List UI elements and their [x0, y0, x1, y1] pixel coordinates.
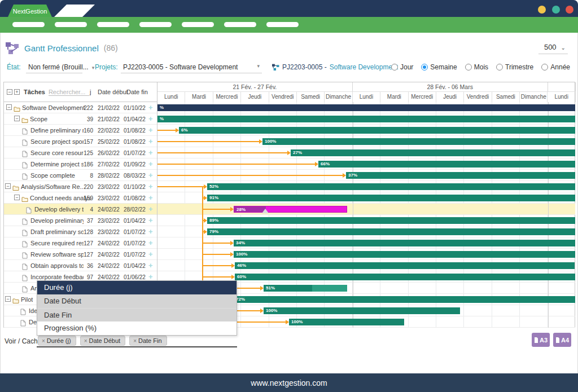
task-bar[interactable]: 91% — [207, 195, 575, 201]
add-subtask-button[interactable]: + — [148, 103, 153, 112]
collapse-node-icon[interactable]: − — [14, 195, 20, 200]
task-row[interactable]: −Conduct needs analysis15923/02/2201/08/… — [4, 192, 157, 204]
task-row[interactable]: Scope complete828/02/2208/03/22+ — [4, 170, 157, 181]
task-bar[interactable]: 34% — [234, 240, 575, 246]
task-bar[interactable]: % — [157, 116, 575, 122]
add-subtask-button[interactable]: + — [148, 227, 153, 236]
add-subtask-button[interactable]: + — [148, 239, 153, 247]
nav-menu-item-2[interactable] — [55, 22, 87, 27]
add-subtask-button[interactable]: + — [148, 193, 153, 202]
collapse-node-icon[interactable]: − — [6, 104, 12, 110]
task-bar[interactable]: 100% — [264, 307, 460, 314]
add-subtask-button[interactable]: + — [148, 250, 153, 258]
remove-chip-icon[interactable]: × — [133, 338, 137, 344]
filter-bar: État: Non fermé (Brouill...▾ Projets: PJ… — [0, 62, 578, 76]
visible-column-chip[interactable]: ×Durée (j) — [38, 336, 76, 346]
collapse-node-icon[interactable]: − — [5, 296, 11, 302]
nav-menu-item-5[interactable] — [182, 22, 214, 27]
add-subtask-button[interactable]: + — [148, 114, 153, 123]
task-bar[interactable]: 79% — [207, 228, 575, 235]
task-row[interactable]: Define preliminary re...16022/02/2201/08… — [4, 125, 157, 136]
remove-chip-icon[interactable]: × — [42, 338, 45, 344]
menu-item-date-d-but[interactable]: Date Début — [37, 294, 237, 308]
add-subtask-button[interactable]: + — [148, 216, 153, 224]
task-row[interactable]: Obtain approvals to p...3624/02/2201/04/… — [4, 260, 157, 271]
task-row[interactable]: Draft preliminary soft...12823/02/2201/0… — [4, 226, 157, 237]
task-bar[interactable]: 66% — [318, 161, 575, 168]
task-row[interactable]: Develop preliminary ...3723/02/2201/04/2… — [4, 215, 157, 226]
add-subtask-button[interactable]: + — [148, 160, 153, 168]
task-bar[interactable]: 60% — [235, 274, 575, 280]
add-subtask-button[interactable]: + — [148, 272, 153, 281]
footer-url[interactable]: www.nextgestion.com — [251, 378, 327, 387]
menu-item-progression-[interactable]: Progression (%) — [37, 321, 237, 335]
task-row[interactable]: Secure required reso...12724/02/2201/07/… — [4, 237, 157, 249]
visible-column-chip[interactable]: ×Date Fin — [129, 336, 167, 346]
task-bar-progress-label: 28% — [237, 206, 246, 213]
task-bar[interactable]: 100% — [234, 251, 575, 258]
collapse-all-icon[interactable]: − — [7, 89, 12, 95]
task-end-date: 01/08/22 — [124, 127, 146, 134]
task-bar[interactable]: 46% — [235, 262, 575, 269]
timescale-radio-jour[interactable]: Jour — [391, 63, 413, 71]
add-subtask-button[interactable]: + — [148, 261, 153, 270]
export-a3-button[interactable]: A3 — [532, 333, 550, 347]
timescale-radio-semaine[interactable]: Semaine — [421, 63, 457, 71]
add-subtask-button[interactable]: + — [148, 126, 153, 134]
nav-menu-item-4[interactable] — [139, 22, 172, 27]
add-subtask-button[interactable]: + — [148, 171, 153, 179]
task-bar[interactable]: 100% — [262, 138, 575, 145]
expand-all-icon[interactable]: + — [14, 89, 20, 95]
brand-logo[interactable]: NextGestion — [8, 5, 52, 17]
nav-menu-item-3[interactable] — [97, 22, 129, 27]
nav-menu-item-6[interactable] — [224, 22, 256, 27]
close-window-icon[interactable] — [566, 6, 573, 14]
timescale-radio-mois[interactable]: Mois — [465, 63, 488, 71]
maximize-window-icon[interactable] — [552, 6, 560, 14]
task-row[interactable]: −Analysis/Software Re...22023/02/2201/10… — [4, 181, 157, 192]
nav-menu-item-7[interactable] — [266, 22, 299, 27]
export-a4-button[interactable]: A4 — [553, 333, 571, 347]
add-subtask-button[interactable]: + — [148, 137, 153, 146]
task-row[interactable]: −Scope3921/02/2201/04/22+ — [4, 113, 157, 125]
task-bar[interactable]: 28% — [234, 206, 347, 213]
task-bar[interactable]: 100% — [289, 319, 404, 325]
menu-item-dur-e-j-[interactable]: Durée (j) — [37, 281, 237, 294]
project-link[interactable]: PJ2203-0005 - Software Development — [272, 63, 398, 71]
page-size-select[interactable]: 500⌄ — [538, 43, 568, 54]
task-row[interactable]: Review software spe...12724/02/2201/07/2… — [4, 249, 157, 260]
task-bar-remaining — [312, 285, 347, 292]
task-bar[interactable]: 27% — [291, 149, 575, 156]
search-input[interactable] — [49, 89, 89, 96]
progress-drag-handle[interactable] — [262, 209, 269, 213]
task-bar-progress-label: 46% — [237, 262, 246, 269]
projets-select[interactable]: PJ2203-0005 - Software Development▾ — [121, 63, 262, 73]
minimize-window-icon[interactable] — [538, 6, 546, 14]
task-row[interactable]: Determine project sc...18627/02/2201/09/… — [4, 158, 157, 170]
add-subtask-button[interactable]: + — [148, 148, 153, 157]
timescale-radio-trimestre[interactable]: Trimestre — [496, 63, 533, 71]
task-bar[interactable]: 51% — [264, 285, 347, 292]
task-row[interactable]: −Software Development22221/02/2201/10/22… — [4, 102, 157, 113]
add-subtask-button[interactable]: + — [148, 182, 153, 191]
add-subtask-button[interactable]: + — [148, 205, 153, 213]
task-bar[interactable]: 52% — [207, 183, 575, 190]
project-gantt-icon — [272, 64, 279, 71]
task-bar[interactable]: % — [157, 104, 575, 111]
task-row[interactable]: Secure project spons...15725/02/2201/08/… — [4, 136, 157, 147]
task-row[interactable]: Develop delivery tim...424/02/2228/02/22… — [4, 204, 157, 215]
etat-select[interactable]: Non fermé (Brouill...▾ — [26, 63, 82, 73]
nav-menu-item-1[interactable] — [12, 22, 45, 27]
task-bar[interactable]: 6% — [179, 127, 575, 134]
task-bar[interactable]: 37% — [346, 172, 575, 179]
menu-item-date-fin[interactable]: Date Fin — [37, 308, 237, 321]
collapse-node-icon[interactable]: − — [5, 183, 11, 189]
collapse-node-icon[interactable]: − — [14, 116, 20, 121]
timescale-radio-année[interactable]: Année — [541, 63, 570, 71]
dependency-arrow — [202, 209, 231, 210]
task-bar[interactable]: 89% — [207, 217, 575, 224]
task-bar[interactable]: 72% — [234, 296, 575, 303]
remove-chip-icon[interactable]: × — [84, 338, 87, 344]
task-row[interactable]: Secure core resources12526/02/2201/07/22… — [4, 147, 157, 158]
visible-column-chip[interactable]: ×Date Début — [80, 336, 126, 346]
